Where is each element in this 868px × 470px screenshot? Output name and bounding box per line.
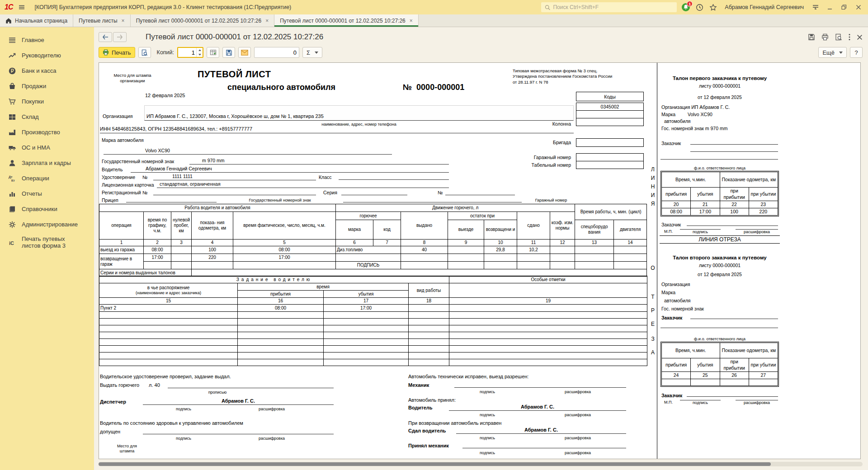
mp-caption: М.П. [664, 400, 673, 405]
values-row: 08:0017:00100220 [662, 208, 778, 216]
talon-brand-label: Марка [661, 290, 675, 295]
tab-waybills-list[interactable]: Путевые листы × [73, 14, 131, 27]
counter-input[interactable] [254, 47, 299, 58]
print-button[interactable]: Печать [99, 47, 135, 58]
signature-caption: подпись [458, 436, 517, 441]
service-menu-icon[interactable] [811, 3, 820, 12]
back-button[interactable] [99, 32, 112, 42]
sidebar-item-directories[interactable]: Справочники [0, 202, 94, 217]
favorites-star-icon[interactable] [708, 3, 717, 12]
save-icon[interactable] [808, 33, 815, 41]
more-actions-kebab-icon[interactable] [849, 33, 850, 41]
customer-line [690, 139, 778, 145]
tab-close-icon[interactable]: × [410, 18, 413, 24]
preview-icon[interactable] [835, 33, 842, 41]
sidebar-item-manager[interactable]: Руководителю [0, 48, 94, 63]
sidebar-item-label: Руководителю [22, 52, 61, 59]
send-email-button[interactable] [238, 47, 251, 58]
tab-home[interactable]: Начальная страница [0, 14, 73, 27]
fuel-issue-label: Выдать горючего [100, 382, 139, 388]
output-to-table-button[interactable] [207, 47, 219, 58]
column-numbers-row: 123 456 789 101112 1314 [99, 240, 647, 246]
sidebar-item-fixed-assets[interactable]: ОС и НМА [0, 140, 94, 155]
series-number-line [445, 189, 515, 195]
sidebar-item-purchases[interactable]: Покупки [0, 94, 94, 109]
sidebar-item-warehouse[interactable]: Склад [0, 109, 94, 125]
close-form-icon[interactable] [857, 34, 863, 40]
global-search[interactable] [541, 2, 677, 12]
content-area: Путевой лист 0000-000001 от 12.02.2025 1… [94, 27, 868, 470]
printer-icon [103, 49, 109, 56]
group-worktime-header: Время работы, ч, мин. (цикл) [575, 204, 647, 220]
tab-close-icon[interactable]: × [122, 18, 125, 24]
preview-button[interactable] [138, 47, 151, 58]
talon-customer-label: Заказчик [661, 141, 681, 146]
license-card-label: Лицензионная карточка [102, 182, 154, 188]
main-menu-icon[interactable] [17, 3, 26, 12]
customer-line2 [690, 146, 778, 152]
sidebar-item-label: Зарплата и кадры [22, 160, 71, 167]
sidebar-item-salary-hr[interactable]: Зарплата и кадры [0, 155, 94, 171]
talon-date: от 12 февраля 2025 [660, 94, 780, 100]
window-close-button[interactable] [854, 3, 863, 12]
tab-waybill-document-2-active[interactable]: Путевой лист 0000-000001 от 12.02.2025 1… [274, 14, 419, 27]
floppy-icon [226, 49, 232, 56]
sidebar-item-label: Операции [22, 175, 49, 182]
sidebar-item-label: Печать путевых листов форма 3 [22, 236, 85, 249]
tab-label: Путевой лист 0000-000001 от 12.02.2025 1… [136, 18, 262, 24]
tab-label: Начальная страница [15, 18, 67, 24]
allowed-label: допущен [100, 429, 120, 434]
trailer-garage-caption: Гаражный номер [522, 198, 580, 203]
copies-up-icon[interactable] [197, 48, 203, 52]
copies-down-icon[interactable] [197, 52, 203, 57]
sum-button[interactable]: Σ [302, 47, 322, 58]
tab-waybill-document-1[interactable]: Путевой лист 0000-000001 от 12.02.2025 1… [131, 14, 275, 27]
sidebar-item-label: Склад [22, 114, 39, 121]
search-input[interactable] [553, 4, 673, 10]
talon-customer2-label: Заказчик [661, 222, 681, 227]
print-icon[interactable] [821, 33, 829, 41]
sidebar-item-print-waybills-form3[interactable]: iC Печать путевых листов форма 3 [0, 232, 90, 253]
work-mode-code [576, 111, 644, 118]
talon-plate-line: Гос. номерной знак m 970 mm [661, 126, 727, 131]
more-button[interactable]: Ещё [818, 47, 847, 58]
talon-organization: Организация ИП Абрамов Г. С. [661, 104, 730, 110]
propis-caption: прописью [150, 390, 285, 395]
gear-icon [8, 221, 16, 229]
tab-close-icon[interactable]: × [265, 18, 269, 24]
mechanic-line [454, 381, 626, 388]
talon-brand-label: Марка [661, 112, 675, 117]
forward-button[interactable] [113, 32, 127, 42]
sidebar-item-administration[interactable]: Администрирование [0, 217, 94, 232]
sidebar-item-reports[interactable]: Отчеты [0, 186, 94, 202]
save-button[interactable] [222, 47, 235, 58]
horizontal-scrollbar[interactable] [99, 462, 863, 466]
history-icon[interactable] [695, 3, 704, 12]
copies-input[interactable] [178, 48, 196, 57]
trend-chart-icon [8, 52, 16, 60]
window-minimize-button[interactable] [825, 3, 835, 12]
dispatcher-name: Абрамов Г. С. [143, 398, 334, 405]
help-button[interactable]: ? [850, 47, 863, 58]
horizontal-scrollbar-thumb[interactable] [99, 462, 771, 466]
sidebar-item-sales[interactable]: Продажи [0, 79, 94, 94]
sidebar-item-main[interactable]: Главное [0, 33, 94, 48]
current-user-name[interactable]: Абрамов Геннадий Сергеевич [725, 4, 804, 10]
empty-row [99, 319, 647, 325]
window-restore-button[interactable] [839, 3, 849, 12]
tab-label: Путевой лист 0000-000001 от 12.02.2025 1… [280, 18, 406, 24]
empty-row [99, 352, 647, 359]
table-row: возвращение в гараж 17:00 220 17:00 [99, 254, 647, 262]
sidebar-item-label: Справочники [22, 206, 57, 213]
registration-value-line [153, 189, 316, 195]
sidebar-item-label: Администрирование [22, 221, 78, 228]
cut-line-letter: Н [648, 183, 657, 190]
sidebar-item-bank-cash[interactable]: Банк и касса [0, 63, 94, 79]
page-magnifier-icon [141, 49, 148, 56]
sidebar-item-production[interactable]: Производство [0, 125, 94, 140]
sidebar-item-operations[interactable]: ДтКт Операции [0, 171, 94, 186]
chevron-down-icon [839, 52, 843, 54]
copies-stepper[interactable] [177, 47, 203, 58]
notifications-bell-icon[interactable]: 1 [681, 3, 690, 12]
table-document-icon [210, 49, 217, 56]
